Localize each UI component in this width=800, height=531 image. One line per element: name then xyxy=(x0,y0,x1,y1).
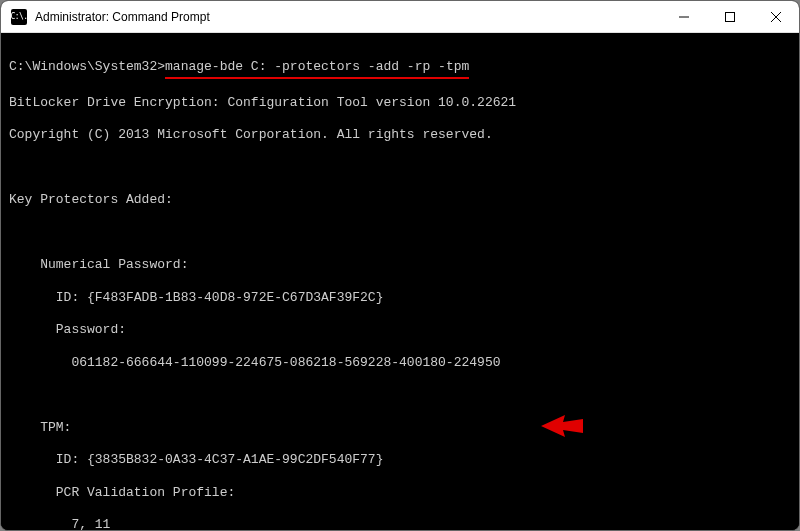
output-line: BitLocker Drive Encryption: Configuratio… xyxy=(9,95,791,111)
minimize-button[interactable] xyxy=(661,1,707,32)
maximize-button[interactable] xyxy=(707,1,753,32)
output-line: ID: {F483FADB-1B83-40D8-972E-C67D3AF39F2… xyxy=(9,290,791,306)
close-button[interactable] xyxy=(753,1,799,32)
terminal-area[interactable]: C:\Windows\System32>manage-bde C: -prote… xyxy=(1,33,799,530)
arrow-annotation-icon xyxy=(541,415,583,437)
prompt-line-1: C:\Windows\System32>manage-bde C: -prote… xyxy=(9,59,791,78)
window-title: Administrator: Command Prompt xyxy=(35,10,661,24)
titlebar[interactable]: C:\. Administrator: Command Prompt xyxy=(1,1,799,33)
output-line: 7, 11 xyxy=(9,517,791,530)
svg-rect-1 xyxy=(726,12,735,21)
output-line: ID: {3835B832-0A33-4C37-A1AE-99C2DF540F7… xyxy=(9,452,791,468)
output-line: 061182-666644-110099-224675-086218-56922… xyxy=(9,355,791,371)
cmd-icon: C:\. xyxy=(11,9,27,25)
cmd-window: C:\. Administrator: Command Prompt C:\Wi… xyxy=(0,0,800,531)
output-line: Key Protectors Added: xyxy=(9,192,791,208)
prompt-path: C:\Windows\System32> xyxy=(9,59,165,74)
output-line: Copyright (C) 2013 Microsoft Corporation… xyxy=(9,127,791,143)
output-line: TPM: xyxy=(9,420,791,436)
window-controls xyxy=(661,1,799,32)
blank-line xyxy=(9,387,791,403)
command-1: manage-bde C: -protectors -add -rp -tpm xyxy=(165,59,469,78)
maximize-icon xyxy=(725,12,735,22)
close-icon xyxy=(771,12,781,22)
svg-marker-4 xyxy=(541,415,583,437)
output-line: Numerical Password: xyxy=(9,257,791,273)
output-line: Password: xyxy=(9,322,791,338)
blank-line xyxy=(9,225,791,241)
minimize-icon xyxy=(679,12,689,22)
output-line: PCR Validation Profile: xyxy=(9,485,791,501)
blank-line xyxy=(9,160,791,176)
